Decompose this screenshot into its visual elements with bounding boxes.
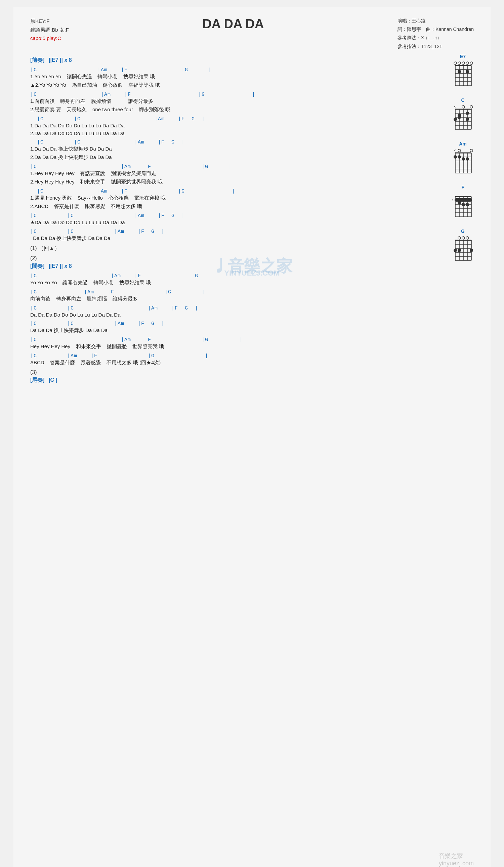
chord-f: F 1 bbox=[452, 185, 474, 218]
section-6: |C |Am |F |G | 1.遇見 Honey 勇敢 Say～Hello 心… bbox=[30, 189, 430, 210]
chord-am: Am × bbox=[452, 141, 474, 175]
chord-g: G bbox=[452, 228, 474, 262]
svg-point-87 bbox=[470, 249, 473, 252]
lyric-row-1a: 1.Yo Yo Yo Yo 讓開心先過 轉彎小巷 搜尋好結果 哦 bbox=[30, 74, 430, 80]
chord-c-label: C bbox=[461, 97, 464, 103]
lyric-row-6a: 1.遇見 Honey 勇敢 Say～Hello 心心相應 電流在穿梭 哦 bbox=[30, 195, 430, 201]
chord-c: C × bbox=[452, 97, 474, 131]
song-title: DA DA DA bbox=[69, 17, 397, 31]
svg-point-36 bbox=[466, 111, 469, 115]
lyric-row-4a: 1.Da Da Da 換上快樂舞步 Da Da Da bbox=[30, 146, 430, 152]
lyric-row-t5: Hey Hey Hey Hey 和未來交手 拋開憂愁 世界照亮我 哦 bbox=[30, 343, 430, 350]
svg-point-53 bbox=[466, 157, 469, 161]
section-2: |C |Am |F |G | 1.向前向後 轉身再向左 脫掉煩惱 誰得分最多 2… bbox=[30, 92, 430, 113]
note1: (1) （回▲） bbox=[30, 245, 430, 252]
lyric-row-t4: Da Da Da 換上快樂舞步 Da Da Da bbox=[30, 327, 430, 334]
key-info: 原KEY:F bbox=[30, 17, 69, 25]
svg-point-14 bbox=[466, 62, 469, 65]
svg-point-13 bbox=[462, 62, 465, 65]
prelude-section: [前奏] ||E7 || x 8 bbox=[30, 57, 474, 64]
chord-row-5: |C |Am |F |G | bbox=[30, 164, 430, 170]
section-4: |C |C |Am |F G | 1.Da Da Da 換上快樂舞步 Da Da… bbox=[30, 139, 430, 161]
section-t5: |C |Am |F |G | Hey Hey Hey Hey 和未來交手 拋開憂… bbox=[30, 337, 430, 350]
lyric-row-8a: Da Da Da 換上快樂舞步 Da Da Da bbox=[30, 235, 430, 242]
chord-e7: E7 bbox=[452, 54, 474, 87]
chord-row-1: |C |Am |F |G | bbox=[30, 67, 430, 73]
svg-point-69 bbox=[466, 203, 469, 206]
lyric-row-t3: Da Da Da Do Do Do Lu Lu Lu Da Da Da bbox=[30, 312, 430, 318]
chord-row-7: |C |C |Am |F G | bbox=[30, 213, 430, 219]
lyric-row-3b: 2.Da Da Da Do Do Do Lu Lu Lu Da Da Da bbox=[30, 130, 430, 136]
interlude-content: ||E7 || x 8 bbox=[49, 263, 72, 269]
lyric-row-2a: 1.向前向後 轉身再向左 脫掉煩惱 誰得分最多 bbox=[30, 98, 430, 105]
section-t2: |C |Am |F |G | 向前向後 轉身再向左 脫掉煩惱 誰得分最多 bbox=[30, 289, 430, 302]
chord-f-svg: 1 bbox=[452, 192, 474, 218]
lyric-row-t6: ABCD 答案是什麼 跟著感覺 不用想太多 哦 (回★4次) bbox=[30, 360, 430, 366]
svg-point-85 bbox=[453, 249, 457, 252]
svg-point-49 bbox=[458, 149, 461, 152]
chord-row-8: |C |C |Am |F G | bbox=[30, 229, 430, 235]
svg-point-17 bbox=[466, 70, 469, 73]
svg-point-50 bbox=[470, 149, 473, 152]
svg-point-34 bbox=[453, 118, 457, 121]
svg-point-54 bbox=[458, 155, 461, 159]
lyric-row-2b: 2.戀愛節奏 要 天長地久 one two three four 腳步別落後 哦 bbox=[30, 107, 430, 113]
section-t6: |C |Am |F |G | ABCD 答案是什麼 跟著感覺 不用想太多 哦 (… bbox=[30, 353, 430, 366]
outro-content: |C | bbox=[49, 377, 57, 383]
chord-row-t2: |C |Am |F |G | bbox=[30, 289, 430, 295]
svg-text:×: × bbox=[453, 148, 455, 152]
svg-point-12 bbox=[458, 62, 461, 65]
svg-point-31 bbox=[470, 106, 473, 108]
chord-e7-svg bbox=[452, 61, 474, 87]
chord-row-6: |C |Am |F |G | bbox=[30, 189, 430, 194]
section-5: |C |Am |F |G | 1.Hey Hey Hey Hey 有話要直說 別… bbox=[30, 164, 430, 185]
lyric-row-5b: 2.Hey Hey Hey Hey 和未來交手 拋開憂愁世界照亮我 哦 bbox=[30, 179, 430, 185]
svg-point-86 bbox=[458, 249, 461, 252]
singer-line: 演唱：王心凌 bbox=[397, 17, 474, 25]
chord-am-label: Am bbox=[459, 141, 467, 147]
svg-point-68 bbox=[462, 203, 465, 206]
composer: Kannan Chandren bbox=[436, 26, 474, 32]
singer-label: 演唱： bbox=[397, 18, 411, 23]
svg-rect-67 bbox=[454, 198, 472, 202]
interlude-section: [間奏] ||E7 || x 8 bbox=[30, 263, 430, 270]
prelude-label: [前奏] bbox=[30, 57, 45, 63]
chord-row-t4: |C |C |Am |F G | bbox=[30, 321, 430, 327]
lyric-row-4b: 2.Da Da Da 換上快樂舞步 Da Da Da bbox=[30, 154, 430, 161]
section-t1: |C |Am |F |G | Yo Yo Yo Yo 讓開心先過 轉彎小巷 搜尋… bbox=[30, 273, 430, 286]
header-left: 原KEY:F 建議男調:Bb 女:F capo:5 play:C bbox=[30, 17, 69, 43]
lyric-row-5a: 1.Hey Hey Hey Hey 有話要直說 別讓機會又擦肩而走 bbox=[30, 170, 430, 177]
credits-line: 詞：陳思宇 曲：Kannan Chandren bbox=[397, 25, 474, 34]
prelude-content: ||E7 || x 8 bbox=[49, 57, 72, 63]
note2: (2) bbox=[30, 255, 430, 261]
lyric-row-1b: ▲2.Yo Yo Yo Yo 為自己加油 傷心放假 幸福等等我 哦 bbox=[30, 82, 430, 88]
chord-row-3: |C |C |Am |F G | bbox=[30, 116, 430, 122]
header: 原KEY:F 建議男調:Bb 女:F capo:5 play:C DA DA D… bbox=[30, 17, 474, 51]
chord-c-svg: × bbox=[452, 104, 474, 131]
chord-row-t5: |C |Am |F |G | bbox=[30, 337, 430, 343]
chord-g-svg bbox=[452, 235, 474, 262]
lyric-row-3a: 1.Da Da Da Do Do Do Lu Lu Lu Da Da Da bbox=[30, 123, 430, 128]
section-3: |C |C |Am |F G | 1.Da Da Da Do Do Do Lu … bbox=[30, 116, 430, 136]
capo-info: capo:5 play:C bbox=[30, 34, 69, 43]
chord-row-t6: |C |Am |F |G | bbox=[30, 353, 430, 359]
section-1: |C |Am |F |G | 1.Yo Yo Yo Yo 讓開心先過 轉彎小巷 … bbox=[30, 67, 430, 88]
lyricist-label: 詞： bbox=[397, 26, 407, 32]
svg-point-11 bbox=[454, 62, 457, 65]
svg-point-70 bbox=[458, 201, 461, 204]
chord-am-svg: × bbox=[452, 148, 474, 175]
chord-row-t1: |C |Am |F |G | bbox=[30, 273, 430, 279]
chord-row-4: |C |C |Am |F G | bbox=[30, 139, 430, 145]
svg-point-82 bbox=[458, 237, 461, 239]
svg-point-33 bbox=[466, 118, 469, 121]
svg-point-30 bbox=[462, 106, 465, 108]
fingering-label: 參考指法：T123_121 bbox=[397, 42, 474, 51]
chord-row-t3: |C |C |Am |F G | bbox=[30, 306, 430, 311]
composer-label: 曲： bbox=[426, 26, 436, 32]
section-t3: |C |C |Am |F G | Da Da Da Do Do Do Lu Lu… bbox=[30, 306, 430, 318]
singer: 王心凌 bbox=[411, 18, 426, 23]
lyric-row-6b: 2.ABCD 答案是什麼 跟著感覺 不用想太多 哦 bbox=[30, 203, 430, 210]
section-8: |C |C |Am |F G | Da Da Da 換上快樂舞步 Da Da D… bbox=[30, 229, 430, 242]
svg-point-83 bbox=[462, 237, 465, 239]
chord-g-label: G bbox=[461, 228, 465, 234]
